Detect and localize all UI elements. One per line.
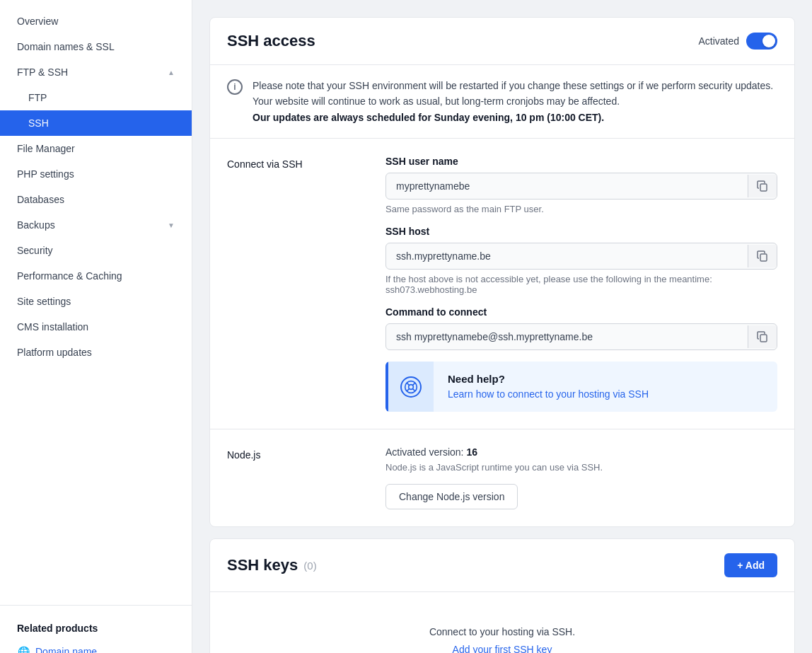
sidebar-item-platform-updates[interactable]: Platform updates — [0, 340, 192, 365]
help-title: Need help? — [448, 373, 763, 385]
svg-line-6 — [412, 388, 415, 391]
connect-via-ssh-content: SSH user name Same password as the main … — [385, 156, 777, 412]
command-input[interactable] — [386, 324, 748, 349]
related-products-section: Related products 🌐 Domain name 🖥 DNS & f… — [0, 611, 192, 653]
sidebar-item-databases[interactable]: Databases — [0, 187, 192, 212]
add-first-ssh-key-link[interactable]: Add your first SSH key — [453, 644, 552, 653]
help-link[interactable]: Learn how to connect to your hosting via… — [448, 388, 649, 400]
svg-line-5 — [407, 383, 410, 386]
related-link-domain-name[interactable]: 🌐 Domain name — [17, 641, 175, 653]
copy-icon — [757, 250, 768, 262]
ssh-username-hint: Same password as the main FTP user. — [385, 204, 777, 214]
ssh-keys-empty-state: Connect to your hosting via SSH. Add you… — [210, 591, 794, 653]
help-text-area: Need help? Learn how to connect to your … — [434, 362, 777, 412]
nodejs-version: Activated version: 16 — [385, 446, 777, 458]
ssh-host-hint: If the host above is not accessible yet,… — [385, 274, 777, 295]
sidebar: Overview Domain names & SSL FTP & SSH ▲ … — [0, 0, 192, 653]
info-text: Please note that your SSH environment wi… — [253, 78, 777, 125]
sidebar-item-domain-names-ssl[interactable]: Domain names & SSL — [0, 34, 192, 59]
activated-toggle-wrapper: Activated — [698, 33, 777, 50]
ssh-keys-title: SSH keys — [227, 556, 298, 574]
nodejs-section: Node.js Activated version: 16 Node.js is… — [210, 429, 794, 526]
page-title: SSH access — [227, 32, 315, 50]
copy-username-button[interactable] — [748, 175, 777, 197]
help-box: Need help? Learn how to connect to your … — [385, 362, 777, 412]
command-label: Command to connect — [385, 306, 777, 318]
ssh-access-card-header: SSH access Activated — [210, 18, 794, 65]
ssh-access-card: SSH access Activated i Please note that … — [209, 17, 795, 527]
ssh-keys-title-wrap: SSH keys (0) — [227, 556, 317, 574]
sidebar-item-security[interactable]: Security — [0, 238, 192, 263]
command-field-wrapper — [385, 323, 777, 350]
sidebar-item-ssh[interactable]: SSH — [0, 110, 192, 136]
lifebuoy-icon — [400, 376, 422, 398]
info-banner: i Please note that your SSH environment … — [210, 65, 794, 139]
sidebar-item-site-settings[interactable]: Site settings — [0, 289, 192, 314]
sidebar-item-overview[interactable]: Overview — [0, 8, 192, 34]
connect-via-ssh-section: Connect via SSH SSH user name Same passw… — [210, 139, 794, 429]
sidebar-item-performance-caching[interactable]: Performance & Caching — [0, 263, 192, 289]
copy-icon — [757, 180, 768, 192]
nodejs-content: Activated version: 16 Node.js is a JavaS… — [385, 446, 777, 509]
chevron-up-icon: ▲ — [168, 69, 175, 76]
ssh-keys-count: (0) — [303, 560, 316, 572]
ssh-username-field-wrapper — [385, 173, 777, 200]
sidebar-item-ftp-ssh[interactable]: FTP & SSH ▲ — [0, 59, 192, 85]
svg-rect-1 — [760, 254, 767, 261]
copy-icon — [757, 331, 768, 342]
sidebar-divider — [0, 605, 192, 606]
svg-point-4 — [409, 384, 414, 389]
copy-host-button[interactable] — [748, 245, 777, 267]
sidebar-item-backups[interactable]: Backups ▼ — [0, 212, 192, 238]
svg-line-7 — [412, 383, 415, 386]
globe-icon: 🌐 — [17, 645, 30, 653]
main-content: SSH access Activated i Please note that … — [192, 0, 812, 653]
help-icon-box — [388, 362, 434, 412]
ssh-keys-header: SSH keys (0) + Add — [210, 539, 794, 591]
add-ssh-key-button[interactable]: + Add — [724, 553, 777, 577]
sidebar-item-file-manager[interactable]: File Manager — [0, 136, 192, 161]
chevron-down-icon: ▼ — [168, 221, 175, 229]
empty-state-text: Connect to your hosting via SSH. — [227, 626, 777, 637]
ssh-keys-card: SSH keys (0) + Add Connect to your hosti… — [209, 538, 795, 653]
activated-label: Activated — [698, 35, 739, 47]
sidebar-item-php-settings[interactable]: PHP settings — [0, 161, 192, 187]
svg-rect-0 — [760, 184, 767, 191]
sidebar-item-ftp[interactable]: FTP — [0, 85, 192, 110]
change-nodejs-version-button[interactable]: Change Node.js version — [385, 484, 518, 509]
svg-rect-2 — [760, 335, 767, 342]
activated-toggle[interactable] — [746, 33, 777, 50]
nodejs-label: Node.js — [227, 446, 369, 509]
copy-command-button[interactable] — [748, 325, 777, 348]
connect-via-ssh-label: Connect via SSH — [227, 156, 369, 412]
sidebar-item-cms-installation[interactable]: CMS installation — [0, 314, 192, 340]
ssh-host-label: SSH host — [385, 226, 777, 237]
ssh-host-field-wrapper — [385, 243, 777, 270]
svg-line-8 — [407, 388, 410, 391]
ssh-host-input[interactable] — [386, 243, 748, 269]
ssh-username-input[interactable] — [386, 173, 748, 199]
sidebar-navigation: Overview Domain names & SSL FTP & SSH ▲ … — [0, 8, 192, 599]
nodejs-desc: Node.js is a JavaScript runtime you can … — [385, 462, 777, 473]
ssh-username-label: SSH user name — [385, 156, 777, 167]
info-icon: i — [227, 79, 243, 95]
related-products-title: Related products — [17, 623, 175, 634]
